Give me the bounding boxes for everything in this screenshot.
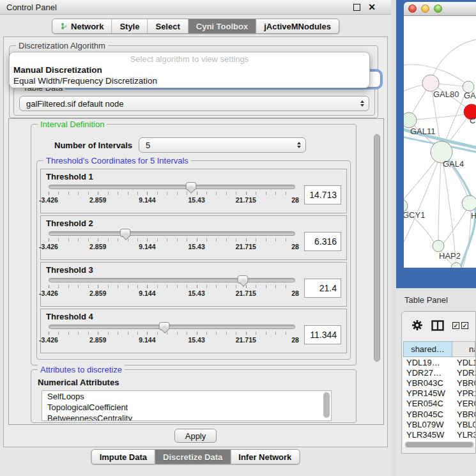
tab-style[interactable]: Style — [112, 19, 148, 33]
threshold-3-slider[interactable] — [49, 278, 295, 282]
control-panel-titlebar[interactable]: Control Panel ✕ — [0, 0, 391, 15]
threshold-3-label: Threshold 3 — [46, 265, 341, 275]
cell-shared-name[interactable]: YDR27… — [403, 368, 452, 378]
table-row[interactable]: YBR045CYBR0 — [403, 409, 475, 419]
thresholds-group: Threshold's Coordinates for 5 Intervals … — [36, 160, 351, 360]
network-node[interactable] — [462, 196, 476, 211]
column-header-shared-name[interactable]: shared… — [403, 341, 452, 357]
cell-name[interactable]: YER0 — [452, 399, 475, 408]
list-scrollbar[interactable] — [323, 392, 330, 418]
table-row[interactable]: YDL19…YDL1 — [403, 357, 475, 367]
threshold-4-value[interactable]: 11.344 — [304, 325, 341, 344]
slider-thumb[interactable] — [159, 322, 170, 330]
zoom-traffic-light-icon[interactable] — [434, 4, 442, 13]
threshold-2-slider[interactable] — [49, 231, 295, 236]
slider-ticks — [49, 332, 295, 335]
threshold-1-slider[interactable] — [49, 185, 295, 189]
slider-thumb[interactable] — [238, 275, 249, 284]
table-row[interactable]: YBL079WYBL0 — [403, 419, 475, 429]
dropdown-option-equal-width-frequency[interactable]: Equal Width/Frequency Discretization — [10, 75, 369, 86]
algorithm-dropdown-popup: Select algorithm to view settings Manual… — [9, 52, 370, 88]
cell-shared-name[interactable]: YER054C — [403, 399, 452, 408]
threshold-1-value[interactable]: 14.713 — [304, 185, 341, 204]
tick-label: 21.715 — [236, 243, 256, 250]
cell-name[interactable]: YBR0 — [452, 410, 475, 419]
cell-name[interactable]: YDL1 — [452, 358, 475, 367]
table-data-combobox[interactable]: galFiltered.sif default node — [19, 96, 369, 111]
checkbox-icon[interactable]: ✓ — [452, 322, 459, 329]
cell-shared-name[interactable]: YBR043C — [403, 378, 452, 388]
tick-label: 28 — [291, 289, 299, 297]
numerical-attributes-list[interactable]: SelfLoopsTopologicalCoefficientBetweenne… — [42, 390, 332, 421]
attribute-item[interactable]: TopologicalCoefficient — [42, 402, 331, 413]
attributes-group-title: Attributes to discretize — [38, 365, 125, 374]
network-window-titlebar[interactable] — [404, 2, 476, 16]
tick-label: -3.426 — [39, 243, 58, 250]
apply-button[interactable]: Apply — [174, 429, 217, 443]
float-window-icon[interactable] — [353, 4, 360, 11]
table-row[interactable]: YER054CYER0 — [403, 399, 475, 409]
threshold-2-block: Threshold 2 -3.4262.8599.14415.4321.7152… — [40, 215, 347, 260]
network-node[interactable] — [451, 263, 461, 268]
network-canvas[interactable]: GAL80GACGAL11GAL4GCY1HHAP2 — [404, 16, 476, 268]
cyni-bottom-tabs: Impute Data Discretize Data Infer Networ… — [91, 449, 300, 464]
cell-name[interactable]: YBL0 — [452, 420, 475, 429]
number-of-intervals-combobox[interactable]: 5 — [139, 137, 306, 153]
close-traffic-light-icon[interactable] — [408, 4, 417, 13]
cell-shared-name[interactable]: YLR345W — [403, 430, 452, 440]
combo-stepper-icon — [297, 142, 301, 148]
tab-jactivemnodules[interactable]: jActiveMNodules — [256, 19, 339, 33]
cell-name[interactable]: YLR3 — [452, 430, 475, 440]
attribute-item[interactable]: SelfLoops — [42, 391, 331, 402]
network-view-window: GAL80GACGAL11GAL4GCY1HHAP2 — [396, 0, 476, 288]
threshold-3-block: Threshold 3 -3.4262.8599.14415.4321.7152… — [40, 262, 347, 307]
tick-label: 15.43 — [188, 196, 204, 204]
tick-label: 21.715 — [236, 196, 256, 204]
attribute-item[interactable]: BetweennessCentrality — [42, 413, 331, 421]
scrollbar-thumb[interactable] — [406, 442, 473, 447]
threshold-4-slider[interactable] — [49, 325, 295, 329]
tab-network[interactable]: Network — [52, 19, 112, 33]
threshold-2-value[interactable]: 6.316 — [304, 232, 341, 251]
slider-thumb[interactable] — [120, 229, 131, 237]
slider-thumb[interactable] — [185, 182, 196, 190]
cell-name[interactable]: YBR0 — [452, 378, 475, 388]
cell-name[interactable]: YDR2 — [452, 368, 475, 378]
cell-shared-name[interactable]: YDL19… — [403, 358, 452, 367]
tick-label: 2.859 — [89, 243, 106, 250]
network-node[interactable] — [404, 112, 417, 128]
cell-shared-name[interactable]: YBL079W — [403, 420, 452, 429]
node-label: GCY1 — [404, 210, 425, 220]
table-horizontal-scrollbar[interactable] — [404, 441, 474, 448]
gear-icon[interactable] — [411, 319, 423, 331]
cell-shared-name[interactable]: YBR045C — [403, 410, 452, 419]
table-row[interactable]: YLR345WYLR3 — [403, 429, 475, 440]
tick-label: 2.859 — [89, 196, 106, 204]
tab-cyni-toolbox[interactable]: Cyni Toolbox — [188, 19, 256, 33]
tab-impute-data[interactable]: Impute Data — [92, 450, 155, 464]
table-row[interactable]: YDR27…YDR2 — [403, 367, 475, 378]
checkbox-icon[interactable]: ✓ — [461, 322, 468, 329]
cell-name[interactable]: YPR1 — [452, 388, 475, 398]
settings-scrollbar[interactable] — [374, 134, 380, 362]
close-window-icon[interactable]: ✕ — [368, 4, 376, 10]
table-panel-title: Table Panel — [404, 295, 448, 305]
settings-scroll-area: Interval Definition Number of Intervals … — [8, 118, 384, 425]
table-row[interactable]: YPR145WYPR1 — [403, 388, 475, 399]
threshold-3-value[interactable]: 21.4 — [304, 279, 341, 298]
number-of-intervals-value: 5 — [146, 141, 150, 150]
cell-shared-name[interactable]: YPR145W — [403, 388, 452, 398]
table-panel-titlebar[interactable]: Table Panel — [396, 291, 476, 309]
minimize-traffic-light-icon[interactable] — [421, 4, 429, 13]
tab-infer-network[interactable]: Infer Network — [231, 450, 299, 464]
table-row[interactable]: YBR043CYBR0 — [403, 378, 475, 388]
tick-label: -3.426 — [39, 289, 58, 297]
tab-select[interactable]: Select — [148, 19, 188, 33]
dropdown-option-manual-discretization[interactable]: Manual Discretization — [10, 65, 369, 75]
network-node[interactable] — [433, 240, 444, 252]
tab-discretize-data[interactable]: Discretize Data — [155, 450, 231, 464]
column-header-name[interactable]: na — [452, 341, 475, 357]
split-columns-icon[interactable] — [431, 320, 444, 331]
numerical-attributes-label: Numerical Attributes — [38, 378, 356, 387]
node-table: shared… na YDL19…YDL1YDR27…YDR2YBR043CYB… — [403, 341, 475, 453]
